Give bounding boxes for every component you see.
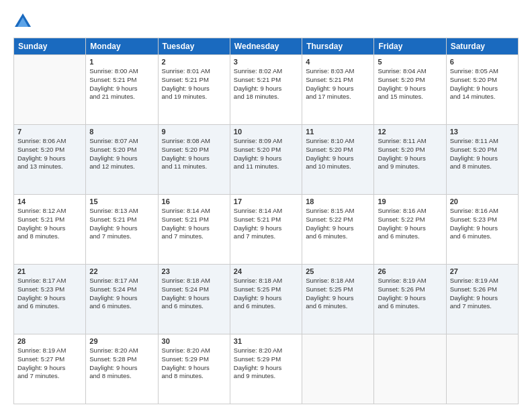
calendar-header-row: SundayMondayTuesdayWednesdayThursdayFrid… — [14, 38, 519, 55]
day-number: 2 — [162, 58, 226, 66]
day-number: 30 — [162, 337, 226, 345]
day-number: 10 — [234, 128, 298, 136]
day-info: Sunrise: 8:20 AMSunset: 5:28 PMDaylight:… — [89, 347, 154, 381]
calendar-cell: 24Sunrise: 8:18 AMSunset: 5:25 PMDayligh… — [230, 265, 302, 334]
calendar-cell: 26Sunrise: 8:19 AMSunset: 5:26 PMDayligh… — [374, 265, 446, 334]
day-info: Sunrise: 8:18 AMSunset: 5:25 PMDaylight:… — [234, 277, 298, 311]
calendar-cell — [14, 55, 86, 125]
day-number: 19 — [378, 197, 442, 205]
day-info: Sunrise: 8:19 AMSunset: 5:26 PMDaylight:… — [450, 277, 515, 311]
calendar-cell — [302, 334, 374, 404]
calendar-header-thursday: Thursday — [302, 38, 374, 55]
day-number: 13 — [450, 128, 515, 136]
calendar-week-row: 21Sunrise: 8:17 AMSunset: 5:23 PMDayligh… — [14, 265, 519, 334]
calendar-week-row: 28Sunrise: 8:19 AMSunset: 5:27 PMDayligh… — [14, 334, 519, 404]
day-number: 11 — [306, 128, 370, 136]
day-number: 12 — [378, 128, 442, 136]
calendar-cell: 19Sunrise: 8:16 AMSunset: 5:22 PMDayligh… — [374, 195, 446, 265]
calendar-cell: 20Sunrise: 8:16 AMSunset: 5:23 PMDayligh… — [446, 195, 518, 265]
calendar-week-row: 7Sunrise: 8:06 AMSunset: 5:20 PMDaylight… — [14, 125, 519, 195]
calendar-cell: 3Sunrise: 8:02 AMSunset: 5:21 PMDaylight… — [230, 55, 302, 125]
day-number: 23 — [162, 267, 226, 275]
calendar-cell: 2Sunrise: 8:01 AMSunset: 5:21 PMDaylight… — [158, 55, 230, 125]
day-info: Sunrise: 8:11 AMSunset: 5:20 PMDaylight:… — [378, 137, 442, 171]
day-info: Sunrise: 8:17 AMSunset: 5:24 PMDaylight:… — [89, 277, 154, 311]
day-number: 3 — [234, 58, 298, 66]
calendar-week-row: 1Sunrise: 8:00 AMSunset: 5:21 PMDaylight… — [14, 55, 519, 125]
calendar-header-saturday: Saturday — [446, 38, 518, 55]
day-info: Sunrise: 8:12 AMSunset: 5:21 PMDaylight:… — [17, 207, 82, 241]
day-number: 5 — [378, 58, 442, 66]
day-info: Sunrise: 8:02 AMSunset: 5:21 PMDaylight:… — [234, 67, 298, 101]
calendar-cell: 13Sunrise: 8:11 AMSunset: 5:20 PMDayligh… — [446, 125, 518, 195]
day-info: Sunrise: 8:09 AMSunset: 5:20 PMDaylight:… — [234, 137, 298, 171]
day-number: 18 — [306, 197, 370, 205]
calendar-cell: 15Sunrise: 8:13 AMSunset: 5:21 PMDayligh… — [86, 195, 158, 265]
calendar-cell: 12Sunrise: 8:11 AMSunset: 5:20 PMDayligh… — [374, 125, 446, 195]
day-number: 28 — [17, 337, 82, 345]
day-number: 1 — [89, 58, 154, 66]
day-info: Sunrise: 8:13 AMSunset: 5:21 PMDaylight:… — [89, 207, 154, 241]
day-number: 14 — [17, 197, 82, 205]
calendar-cell: 27Sunrise: 8:19 AMSunset: 5:26 PMDayligh… — [446, 265, 518, 334]
day-number: 27 — [450, 267, 515, 275]
day-number: 31 — [234, 337, 298, 345]
day-info: Sunrise: 8:14 AMSunset: 5:21 PMDaylight:… — [234, 207, 298, 241]
calendar-header-friday: Friday — [374, 38, 446, 55]
calendar-cell: 18Sunrise: 8:15 AMSunset: 5:22 PMDayligh… — [302, 195, 374, 265]
day-info: Sunrise: 8:17 AMSunset: 5:23 PMDaylight:… — [17, 277, 82, 311]
day-info: Sunrise: 8:06 AMSunset: 5:20 PMDaylight:… — [17, 137, 82, 171]
calendar-table: SundayMondayTuesdayWednesdayThursdayFrid… — [13, 38, 519, 404]
calendar-cell: 16Sunrise: 8:14 AMSunset: 5:21 PMDayligh… — [158, 195, 230, 265]
calendar-header-wednesday: Wednesday — [230, 38, 302, 55]
day-info: Sunrise: 8:04 AMSunset: 5:20 PMDaylight:… — [378, 67, 442, 101]
day-info: Sunrise: 8:05 AMSunset: 5:20 PMDaylight:… — [450, 67, 515, 101]
calendar-cell: 8Sunrise: 8:07 AMSunset: 5:20 PMDaylight… — [86, 125, 158, 195]
day-number: 15 — [89, 197, 154, 205]
calendar-cell: 17Sunrise: 8:14 AMSunset: 5:21 PMDayligh… — [230, 195, 302, 265]
calendar-cell: 11Sunrise: 8:10 AMSunset: 5:20 PMDayligh… — [302, 125, 374, 195]
calendar-week-row: 14Sunrise: 8:12 AMSunset: 5:21 PMDayligh… — [14, 195, 519, 265]
calendar-cell: 1Sunrise: 8:00 AMSunset: 5:21 PMDaylight… — [86, 55, 158, 125]
calendar-header-tuesday: Tuesday — [158, 38, 230, 55]
calendar-header-sunday: Sunday — [14, 38, 86, 55]
calendar-cell: 30Sunrise: 8:20 AMSunset: 5:29 PMDayligh… — [158, 334, 230, 404]
day-info: Sunrise: 8:16 AMSunset: 5:22 PMDaylight:… — [378, 207, 442, 241]
day-info: Sunrise: 8:20 AMSunset: 5:29 PMDaylight:… — [162, 347, 226, 381]
calendar-cell: 14Sunrise: 8:12 AMSunset: 5:21 PMDayligh… — [14, 195, 86, 265]
day-number: 17 — [234, 197, 298, 205]
calendar-cell: 7Sunrise: 8:06 AMSunset: 5:20 PMDaylight… — [14, 125, 86, 195]
day-info: Sunrise: 8:18 AMSunset: 5:24 PMDaylight:… — [162, 277, 226, 311]
calendar-cell: 31Sunrise: 8:20 AMSunset: 5:29 PMDayligh… — [230, 334, 302, 404]
day-info: Sunrise: 8:01 AMSunset: 5:21 PMDaylight:… — [162, 67, 226, 101]
calendar-cell: 4Sunrise: 8:03 AMSunset: 5:21 PMDaylight… — [302, 55, 374, 125]
calendar-cell: 25Sunrise: 8:18 AMSunset: 5:25 PMDayligh… — [302, 265, 374, 334]
page: SundayMondayTuesdayWednesdayThursdayFrid… — [0, 0, 532, 411]
day-info: Sunrise: 8:15 AMSunset: 5:22 PMDaylight:… — [306, 207, 370, 241]
calendar-cell: 23Sunrise: 8:18 AMSunset: 5:24 PMDayligh… — [158, 265, 230, 334]
calendar-cell — [374, 334, 446, 404]
day-number: 29 — [89, 337, 154, 345]
day-info: Sunrise: 8:20 AMSunset: 5:29 PMDaylight:… — [234, 347, 298, 381]
calendar-cell — [446, 334, 518, 404]
day-number: 25 — [306, 267, 370, 275]
day-number: 26 — [378, 267, 442, 275]
day-number: 16 — [162, 197, 226, 205]
day-number: 8 — [89, 128, 154, 136]
logo-icon — [13, 12, 32, 31]
day-info: Sunrise: 8:19 AMSunset: 5:27 PMDaylight:… — [17, 347, 82, 381]
calendar-cell: 22Sunrise: 8:17 AMSunset: 5:24 PMDayligh… — [86, 265, 158, 334]
calendar-header-monday: Monday — [86, 38, 158, 55]
calendar-cell: 6Sunrise: 8:05 AMSunset: 5:20 PMDaylight… — [446, 55, 518, 125]
day-info: Sunrise: 8:19 AMSunset: 5:26 PMDaylight:… — [378, 277, 442, 311]
day-info: Sunrise: 8:16 AMSunset: 5:23 PMDaylight:… — [450, 207, 515, 241]
day-info: Sunrise: 8:07 AMSunset: 5:20 PMDaylight:… — [89, 137, 154, 171]
logo — [13, 12, 35, 31]
day-number: 7 — [17, 128, 82, 136]
day-number: 24 — [234, 267, 298, 275]
day-info: Sunrise: 8:14 AMSunset: 5:21 PMDaylight:… — [162, 207, 226, 241]
day-info: Sunrise: 8:03 AMSunset: 5:21 PMDaylight:… — [306, 67, 370, 101]
day-info: Sunrise: 8:08 AMSunset: 5:20 PMDaylight:… — [162, 137, 226, 171]
day-info: Sunrise: 8:11 AMSunset: 5:20 PMDaylight:… — [450, 137, 515, 171]
day-number: 4 — [306, 58, 370, 66]
